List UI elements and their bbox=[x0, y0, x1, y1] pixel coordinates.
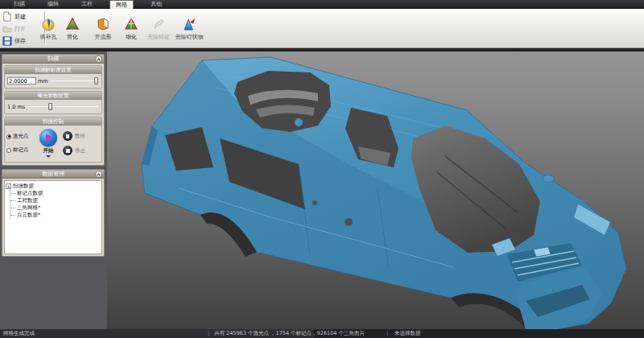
scan-panel-header: 扫描 bbox=[2, 55, 104, 64]
tree-item-triangle-mesh[interactable]: 三角网格* bbox=[10, 204, 101, 212]
scan-panel-title: 扫描 bbox=[2, 55, 104, 64]
stop-button[interactable]: 停止 bbox=[63, 146, 100, 155]
scan-panel-collapse-button[interactable] bbox=[95, 56, 102, 63]
manifold-icon bbox=[96, 17, 110, 31]
play-icon bbox=[46, 134, 52, 142]
tab-mesh[interactable]: 网格 bbox=[109, 0, 134, 9]
left-sidebar: 扫描 扫描解析度设置 mm bbox=[0, 52, 107, 329]
refine-label: 细化 bbox=[126, 33, 137, 41]
resolution-slider-handle[interactable] bbox=[94, 77, 98, 84]
fill-holes-label: 填补孔 bbox=[40, 33, 57, 41]
remove-feature-label: 去除特征 bbox=[147, 33, 170, 41]
start-scan-button[interactable] bbox=[39, 129, 57, 146]
data-tree: + 扫描数据 标记点数据 工程数据 三角网格* 点云数据* bbox=[4, 180, 102, 254]
status-separator: | bbox=[386, 329, 388, 338]
stop-icon bbox=[66, 149, 70, 153]
simplify-button[interactable]: 简化 bbox=[56, 17, 89, 41]
chevron-up-icon bbox=[97, 173, 100, 176]
data-panel-collapse-button[interactable] bbox=[95, 171, 102, 178]
stop-label: 停止 bbox=[75, 147, 85, 155]
tab-edit[interactable]: 编辑 bbox=[42, 0, 64, 9]
simplify-icon bbox=[65, 17, 80, 31]
viewport-3d[interactable] bbox=[107, 52, 644, 329]
pause-button[interactable]: 暂停 bbox=[63, 131, 100, 141]
laser-point-radio[interactable]: 激光点 bbox=[6, 133, 35, 140]
manifold-label: 开流形 bbox=[95, 33, 112, 41]
save-disk-icon bbox=[2, 36, 12, 46]
radio-icon bbox=[6, 134, 11, 139]
pause-label: 暂停 bbox=[75, 133, 85, 140]
exposure-slider[interactable] bbox=[27, 103, 99, 110]
menu-tab-bar: 扫描 编辑 工程 网格 其他 bbox=[0, 0, 644, 9]
resolution-unit-label: mm bbox=[38, 78, 48, 84]
status-bar: 网格生成完成 | 共有 245963 个激光点 ，1754 个标记点，92610… bbox=[0, 329, 644, 338]
pause-icon bbox=[66, 134, 69, 138]
manifold-button[interactable]: 开流形 bbox=[87, 17, 119, 41]
tree-item-project-data[interactable]: 工程数据 bbox=[10, 197, 101, 204]
new-button-label: 新建 bbox=[14, 13, 26, 21]
fill-holes-icon bbox=[41, 17, 56, 31]
marker-point-radio[interactable]: 标记点 bbox=[6, 146, 35, 154]
remove-feature-icon bbox=[151, 17, 166, 31]
radio-icon bbox=[6, 148, 11, 153]
chevron-up-icon bbox=[97, 58, 100, 61]
status-counts: 共有 245963 个激光点 ，1754 个标记点，926104 个三角面片 bbox=[214, 329, 365, 338]
application-window: 扫描 编辑 工程 网格 其他 新建 打开 保存 bbox=[0, 0, 644, 338]
tab-scan[interactable]: 扫描 bbox=[8, 0, 31, 9]
laser-point-label: 激光点 bbox=[13, 133, 29, 140]
refine-icon bbox=[124, 17, 138, 31]
tree-item-marker-data[interactable]: 标记点数据 bbox=[10, 190, 101, 197]
new-file-icon bbox=[2, 11, 12, 22]
ribbon-toolbar: 新建 打开 保存 填补孔 简化 bbox=[0, 9, 644, 48]
data-panel-header: 数据管理 bbox=[2, 170, 104, 179]
resolution-group-header: 扫描解析度设置 bbox=[5, 66, 101, 74]
scan-panel: 扫描 扫描解析度设置 mm bbox=[2, 54, 105, 166]
remove-spikes-label: 去除钉状物 bbox=[175, 33, 204, 41]
car-scan-canvas[interactable] bbox=[107, 52, 644, 329]
open-folder-icon bbox=[2, 24, 12, 34]
remove-spikes-button[interactable]: 去除钉状物 bbox=[170, 17, 208, 41]
save-button-label: 保存 bbox=[14, 37, 26, 45]
status-message: 网格生成完成 bbox=[3, 329, 35, 338]
resolution-input[interactable] bbox=[7, 77, 36, 84]
caret-down-icon[interactable] bbox=[46, 155, 51, 158]
data-panel-title: 数据管理 bbox=[2, 170, 104, 179]
data-management-panel: 数据管理 + 扫描数据 标记点数据 工程数据 三角网格* 点云数据* bbox=[2, 169, 105, 257]
tree-root-label: 扫描数据 bbox=[13, 183, 34, 190]
start-label: 开始 bbox=[43, 147, 54, 155]
slider-track bbox=[27, 106, 98, 107]
simplify-label: 简化 bbox=[67, 33, 78, 41]
scan-control-header: 扫描控制 bbox=[5, 117, 101, 126]
exposure-value-label: 1.0 ms bbox=[7, 104, 25, 110]
exposure-group-header: 曝光参数设置 bbox=[5, 92, 101, 100]
expand-icon[interactable]: + bbox=[6, 183, 11, 189]
exposure-slider-handle[interactable] bbox=[48, 103, 52, 110]
scan-control-group: 扫描控制 激光点 标记点 bbox=[4, 117, 102, 163]
remove-spikes-icon bbox=[182, 17, 196, 31]
status-separator: | bbox=[208, 329, 209, 338]
tree-item-point-cloud[interactable]: 点云数据* bbox=[10, 212, 101, 219]
tree-root-scan-data[interactable]: + 扫描数据 bbox=[6, 183, 101, 190]
car-scan-mesh[interactable] bbox=[142, 57, 626, 329]
slider-track bbox=[51, 80, 98, 81]
tab-project[interactable]: 工程 bbox=[76, 0, 98, 9]
open-button-label: 打开 bbox=[14, 25, 26, 33]
marker-point-label: 标记点 bbox=[13, 146, 29, 154]
exposure-group: 曝光参数设置 1.0 ms bbox=[4, 91, 102, 114]
status-selection: 未选择数据 bbox=[394, 329, 421, 338]
resolution-group: 扫描解析度设置 mm bbox=[4, 65, 102, 89]
resolution-slider[interactable] bbox=[50, 77, 99, 84]
tab-other[interactable]: 其他 bbox=[145, 0, 167, 9]
